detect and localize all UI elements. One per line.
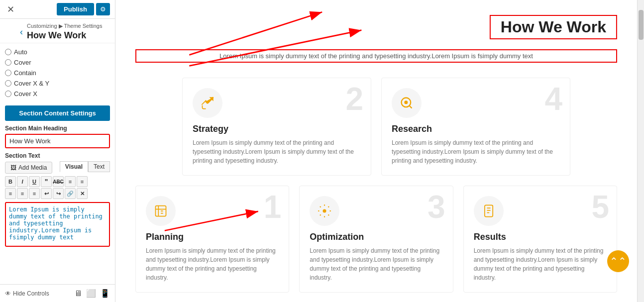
section-text-label: Section Text: [5, 152, 110, 159]
scroll-up-button[interactable]: ⌃⌃: [607, 250, 629, 272]
bold-button[interactable]: B: [5, 176, 16, 187]
card-title-results: Results: [474, 232, 607, 242]
tab-text[interactable]: Text: [88, 161, 110, 172]
card-title-planning: Planning: [146, 232, 279, 242]
quote-button[interactable]: ": [41, 176, 52, 187]
link-button[interactable]: 🔗: [65, 188, 76, 199]
back-button[interactable]: ‹: [18, 27, 25, 37]
fullscreen-button[interactable]: ✕: [77, 188, 88, 199]
left-panel: ✕ Publish ⚙ ‹ Customizing ▶ Theme Settin…: [0, 0, 115, 302]
publish-area: Publish ⚙: [57, 3, 110, 15]
tab-visual[interactable]: Visual: [60, 161, 88, 172]
mobile-view-button[interactable]: 📱: [100, 289, 110, 298]
optimization-icon: [310, 196, 339, 226]
tablet-view-button[interactable]: ⬜: [86, 289, 96, 298]
cards-top-row: 2 Strategy Lorem Ipsum is simply dummy t…: [182, 78, 570, 176]
radio-cover: Cover: [5, 59, 110, 66]
radio-cover-x: Cover X: [5, 90, 110, 98]
close-button[interactable]: ✕: [5, 4, 16, 15]
card-number-4: 4: [544, 83, 562, 115]
card-text-planning: Lorem Ipsum is simply dummy text of the …: [146, 246, 279, 282]
how-we-work-section: How We Work Lorem Ipsum is simply dummy …: [115, 0, 637, 302]
card-planning: 1 Planning Lorem Ipsum is simply dummy t…: [135, 186, 289, 293]
research-icon: [392, 88, 422, 118]
card-number-2: 2: [345, 83, 363, 115]
publish-button[interactable]: Publish: [57, 3, 94, 15]
breadcrumb: Customizing ▶ Theme Settings: [27, 23, 102, 29]
radio-contain: Contain: [5, 69, 110, 77]
undo-button[interactable]: ↩: [41, 188, 52, 199]
add-media-label: Add Media: [18, 164, 47, 171]
editor-toolbar-row-1: B I U " ABC ≡ ≡: [5, 176, 110, 187]
ul-button[interactable]: ≡: [65, 176, 76, 187]
card-number-1: 1: [264, 191, 282, 223]
add-media-button[interactable]: 🖼 Add Media: [5, 162, 52, 174]
results-icon: [474, 196, 504, 226]
svg-point-3: [404, 101, 408, 104]
section-text-textarea[interactable]: Lorem Ipsum is simply dummy text of the …: [5, 202, 110, 247]
header-top-left: ✕: [5, 4, 16, 15]
section-content-settings-button[interactable]: Section Content Settings: [5, 105, 110, 121]
chevron-up-icon: ⌃⌃: [610, 255, 627, 267]
planning-icon: [146, 196, 176, 226]
radio-cover-xy: Cover X & Y: [5, 80, 110, 87]
card-research: 4 Research Lorem Ipsum is simply dummy t…: [381, 78, 570, 176]
title-area: How We Work: [135, 15, 617, 44]
redo-button[interactable]: ↪: [53, 188, 64, 199]
add-media-icon: 🖼: [10, 164, 16, 171]
radio-auto: Auto: [5, 48, 110, 56]
panel-top-header: ✕ Publish ⚙: [0, 0, 115, 19]
svg-point-7: [323, 209, 326, 213]
editor-tabs: Visual Text: [60, 161, 110, 172]
card-title-research: Research: [392, 124, 560, 134]
ol-button[interactable]: ≡: [77, 176, 88, 187]
section-subtitle: Lorem Ipsum is simply dummy text of the …: [135, 49, 617, 63]
media-toolbar-row: 🖼 Add Media Visual Text: [5, 161, 110, 174]
main-heading-input[interactable]: [5, 134, 110, 148]
align-left-button[interactable]: ≡: [5, 188, 16, 199]
hide-controls-label: Hide Controls: [13, 290, 49, 297]
page-title: How We Work: [27, 30, 102, 41]
card-text-research: Lorem Ipsum is simply dummy text of the …: [392, 138, 560, 165]
scrollbar-thumb[interactable]: [639, 10, 644, 40]
card-number-3: 3: [428, 191, 445, 223]
editor-toolbar-row-2: ≡ ≡ ≡ ↩ ↪ 🔗 ✕: [5, 188, 110, 199]
card-strategy: 2 Strategy Lorem Ipsum is simply dummy t…: [182, 78, 371, 176]
align-right-button[interactable]: ≡: [29, 188, 40, 199]
card-text-strategy: Lorem Ipsum is simply dummy text of the …: [193, 138, 361, 165]
desktop-view-button[interactable]: 🖥: [74, 289, 82, 298]
svg-rect-8: [484, 205, 492, 216]
gear-button[interactable]: ⚙: [96, 3, 110, 15]
card-title-optimization: Optimization: [310, 232, 442, 242]
panel-body: Auto Cover Contain Cover X & Y Cover X S…: [0, 43, 115, 284]
card-text-optimization: Lorem Ipsum is simply dummy text of the …: [310, 246, 442, 282]
scrollbar[interactable]: [637, 0, 644, 302]
strategy-icon: [193, 88, 222, 118]
hide-controls-button[interactable]: 👁 Hide Controls: [5, 290, 49, 297]
svg-line-2: [409, 105, 412, 108]
cards-bottom-row: 1 Planning Lorem Ipsum is simply dummy t…: [135, 186, 617, 293]
card-number-5: 5: [591, 191, 609, 223]
align-center-button[interactable]: ≡: [17, 188, 28, 199]
section-main-title: How We Work: [490, 15, 617, 39]
card-title-strategy: Strategy: [193, 124, 361, 134]
view-icons: 🖥 ⬜ 📱: [74, 289, 110, 298]
panel-footer: 👁 Hide Controls 🖥 ⬜ 📱: [0, 284, 115, 302]
eye-icon: 👁: [5, 290, 11, 297]
underline-button[interactable]: U: [29, 176, 40, 187]
main-heading-label: Section Main Heading: [5, 125, 110, 132]
main-content: How We Work Lorem Ipsum is simply dummy …: [115, 0, 637, 302]
breadcrumb-area: ‹ Customizing ▶ Theme Settings How We Wo…: [0, 19, 115, 43]
strikethrough-button[interactable]: ABC: [53, 176, 64, 187]
card-optimization: 3 Optimization Lorem Ipsum is simply dum…: [299, 186, 453, 293]
italic-button[interactable]: I: [17, 176, 28, 187]
card-text-results: Lorem Ipsum is simply dummy text of the …: [474, 246, 607, 282]
card-results: 5 Results Lorem Ipsum is simply dummy te…: [463, 186, 617, 293]
